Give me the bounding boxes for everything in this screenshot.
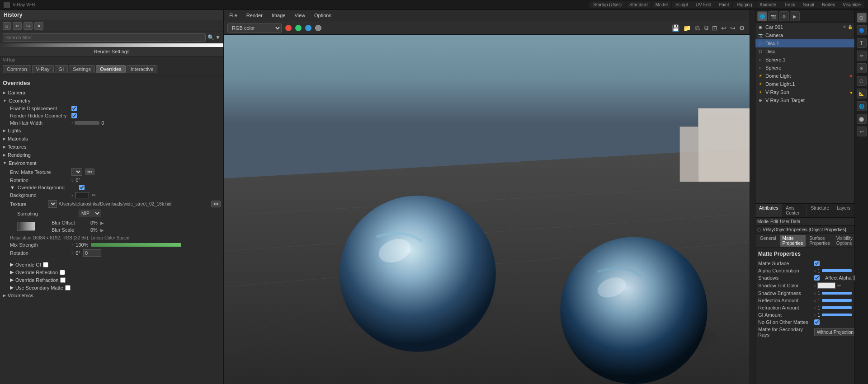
- no-gi-checkbox[interactable]: [814, 319, 820, 325]
- reflection-amount-slider[interactable]: [822, 299, 852, 302]
- scene-globe-icon[interactable]: 🌐: [757, 11, 767, 21]
- sampling-select[interactable]: MIP: [79, 210, 101, 217]
- obj-dome-light1[interactable]: ☀ Dome Light.1: [755, 80, 854, 88]
- edit-tab[interactable]: Edit: [770, 219, 778, 224]
- compare-icon[interactable]: ⚖: [693, 23, 701, 33]
- workspace-uvedit[interactable]: UV Edit: [692, 1, 715, 8]
- tint-left-arrow[interactable]: ›: [814, 283, 816, 288]
- vfb-options-menu[interactable]: Options: [312, 12, 333, 19]
- tab-attributes[interactable]: Attributes: [755, 204, 782, 217]
- camera-section[interactable]: ▶ Camera: [3, 89, 221, 97]
- vfb-image-menu[interactable]: Image: [270, 12, 288, 19]
- geometry-section[interactable]: ▼ Geometry: [3, 97, 221, 105]
- history-btn-1[interactable]: ⌂: [3, 22, 11, 30]
- history-btn-4[interactable]: ✕: [34, 22, 43, 30]
- filter-dropdown-icon[interactable]: ▼: [215, 34, 221, 41]
- mode-tab[interactable]: Mode: [757, 219, 769, 224]
- lights-section[interactable]: ▶ Lights: [3, 126, 221, 135]
- reflection-left[interactable]: ‹: [814, 298, 816, 303]
- tab-overrides[interactable]: Overrides: [96, 65, 126, 73]
- texture-options-btn[interactable]: •••: [211, 201, 221, 207]
- tab-gi[interactable]: GI: [55, 65, 68, 73]
- alpha-left-arrow[interactable]: ‹: [814, 268, 816, 273]
- workspace-sculpt[interactable]: Sculpt: [672, 1, 692, 8]
- rendering-section[interactable]: ▶ Rendering: [3, 151, 221, 159]
- alpha-contribution-slider[interactable]: [822, 269, 852, 272]
- color-mode-select[interactable]: RGB color Alpha Luminance: [227, 23, 282, 33]
- tab-structure[interactable]: Structure: [807, 204, 833, 217]
- far-right-icon-10[interactable]: ↩: [857, 126, 867, 136]
- obj-camera[interactable]: 📷 Camera: [755, 31, 854, 39]
- obj-disc1[interactable]: ⬡ Disc.1: [755, 39, 854, 47]
- workspace-paint[interactable]: Paint: [715, 1, 733, 8]
- green-channel-dot[interactable]: [295, 25, 302, 31]
- rotation2-input[interactable]: [83, 249, 101, 257]
- matte-surface-checkbox[interactable]: [814, 261, 820, 266]
- search-icon[interactable]: 🔍: [208, 34, 214, 41]
- override-bg-checkbox[interactable]: [79, 185, 85, 190]
- vis-icon[interactable]: 👁: [843, 25, 847, 29]
- far-right-icon-2[interactable]: 🔵: [857, 25, 867, 35]
- far-right-icon-9[interactable]: ⬤: [857, 114, 867, 124]
- obj-vray-sun[interactable]: ☀ V-Ray Sun ●: [755, 88, 854, 96]
- alpha-channel-dot[interactable]: [315, 25, 321, 31]
- gi-left[interactable]: ‹: [814, 313, 816, 318]
- sub-tab-visibility[interactable]: Visibility Options: [834, 235, 855, 247]
- mix-strength-slider[interactable]: [91, 243, 181, 247]
- search-input[interactable]: [3, 33, 206, 42]
- volumetrics-section[interactable]: ▶ Volumetrics: [3, 291, 221, 300]
- tab-axis-center[interactable]: Axis Center: [782, 204, 807, 217]
- far-right-icon-5[interactable]: ☀: [857, 63, 867, 73]
- save-icon[interactable]: 💾: [671, 23, 680, 33]
- far-right-icon-6[interactable]: ⬡: [857, 76, 867, 86]
- sub-tab-matte[interactable]: Matte Properties: [780, 235, 806, 247]
- vfb-view-menu[interactable]: View: [292, 12, 307, 19]
- undo-icon[interactable]: ↩: [720, 23, 727, 33]
- obj-sphere1[interactable]: ○ Sphere.1: [755, 56, 854, 64]
- blur-offset-arrow[interactable]: ▶: [100, 220, 104, 225]
- far-right-icon-8[interactable]: 🌐: [857, 101, 867, 111]
- rotation2-arrow[interactable]: ‹: [71, 251, 73, 256]
- far-right-icon-1[interactable]: ⬡: [857, 13, 867, 23]
- enable-displacement-checkbox[interactable]: [71, 106, 77, 111]
- environment-section[interactable]: ▼ Environment: [3, 159, 221, 167]
- bg-arrow[interactable]: ›: [71, 193, 73, 198]
- obj-car001[interactable]: ▣ Car 001 👁 🔒: [755, 23, 854, 31]
- slider-arrow-left[interactable]: ‹: [71, 121, 73, 126]
- mix-arrow[interactable]: ‹: [71, 243, 73, 248]
- obj-dome-light[interactable]: ☀ Dome Light ✕: [755, 72, 854, 80]
- far-right-icon-3[interactable]: T: [857, 38, 867, 48]
- workspace-track[interactable]: Track: [780, 1, 799, 8]
- override-gi-checkbox[interactable]: [43, 262, 48, 267]
- tab-common[interactable]: Common: [3, 65, 31, 73]
- render-hidden-checkbox[interactable]: [71, 113, 77, 118]
- gi-amount-slider[interactable]: [822, 314, 852, 316]
- tab-vray[interactable]: V-Ray: [32, 65, 54, 73]
- refraction-left[interactable]: ‹: [814, 305, 816, 310]
- env-matte-select[interactable]: [71, 168, 82, 176]
- tab-interactive[interactable]: Interactive: [127, 65, 158, 73]
- blue-channel-dot[interactable]: [305, 25, 311, 31]
- shadow-tint-picker[interactable]: ✏: [837, 283, 841, 289]
- obj-sphere[interactable]: ○ Sphere: [755, 64, 854, 72]
- refraction-amount-slider[interactable]: [822, 306, 852, 309]
- override-reflection-checkbox[interactable]: [60, 270, 65, 275]
- use-secondary-matte-checkbox[interactable]: [65, 285, 71, 290]
- history-btn-3[interactable]: ↪: [24, 22, 33, 30]
- history-btn-2[interactable]: ↩: [13, 22, 22, 30]
- bg-picker-icon[interactable]: ✏: [92, 192, 96, 198]
- clone-icon[interactable]: ⧉: [703, 23, 709, 33]
- override-refraction-checkbox[interactable]: [60, 277, 66, 283]
- workspace-nodes[interactable]: Nodes: [818, 1, 839, 8]
- min-hair-slider-track[interactable]: [75, 121, 99, 125]
- scene-settings2-icon[interactable]: ⚙: [779, 11, 789, 21]
- folder-icon[interactable]: 📁: [682, 23, 692, 33]
- tab-layers[interactable]: Layers: [833, 204, 854, 217]
- vfb-file-menu[interactable]: File: [227, 12, 239, 19]
- shadows-checkbox[interactable]: [814, 275, 820, 281]
- viewport-image[interactable]: [224, 35, 750, 384]
- workspace-animate[interactable]: Animate: [756, 1, 780, 8]
- shadow-brightness-slider[interactable]: [822, 292, 852, 295]
- matte-secondary-select[interactable]: Without Projection Mapping: [814, 328, 854, 336]
- shadow-brightness-left[interactable]: ‹: [814, 291, 816, 296]
